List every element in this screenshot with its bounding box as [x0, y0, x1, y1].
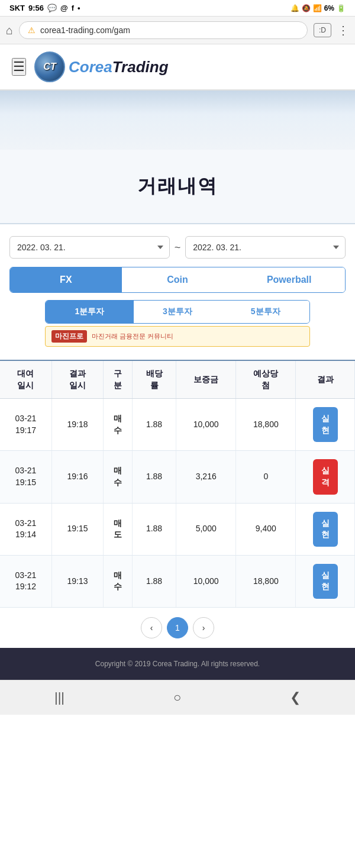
prev-page-button[interactable]: ‹: [141, 617, 162, 638]
site-header: ☰ CoreaTrading: [0, 44, 355, 91]
ad-banner: 마진프로 마진거래 금융전문 커뮤니티: [45, 326, 310, 347]
main-tab-row: FX Coin Powerball: [9, 267, 346, 293]
browser-bar: ⌂ ⚠ corea1-trading.com/gam :D ⋮: [0, 16, 355, 44]
cell-expected: 9,400: [236, 503, 296, 555]
date-end-select[interactable]: 2022. 03. 21.: [185, 236, 346, 259]
at-icon: @: [60, 4, 68, 12]
cell-rate: 1.88: [132, 451, 176, 503]
hero-banner: [0, 91, 355, 150]
tab-coin[interactable]: Coin: [122, 267, 234, 292]
cell-result[interactable]: 실현: [296, 555, 355, 607]
nav-menu-button[interactable]: |||: [43, 688, 76, 708]
cell-expected: 18,800: [236, 555, 296, 607]
dot-icon: •: [78, 4, 80, 12]
signal-icon: 📶: [313, 4, 322, 12]
facebook-icon: f: [72, 4, 74, 12]
table-row: 03-2119:12 19:13 매수 1.88 10,000 18,800 실…: [0, 555, 355, 607]
pagination-row: ‹ 1 ›: [0, 608, 355, 648]
cell-date-start: 03-2119:14: [0, 503, 51, 555]
page-1-button[interactable]: 1: [167, 617, 188, 638]
nav-back-button[interactable]: ❮: [278, 688, 312, 708]
browser-address-text: corea1-trading.com/gam: [40, 25, 130, 35]
logo-trading: Trading: [112, 58, 169, 76]
col-header-deposit: 보증금: [176, 360, 236, 399]
logo-icon: [34, 51, 65, 82]
cell-deposit: 10,000: [176, 555, 236, 607]
date-range-row: 2022. 03. 21. ~ 2022. 03. 21.: [9, 236, 346, 259]
page-title: 거래내역: [12, 173, 343, 199]
cell-rate: 1.88: [132, 503, 176, 555]
next-page-button[interactable]: ›: [193, 617, 214, 638]
result-button-blue[interactable]: 실현: [313, 407, 338, 442]
result-button-red[interactable]: 실격: [313, 459, 338, 494]
cell-date-end: 19:18: [51, 399, 103, 451]
cell-deposit: 5,000: [176, 503, 236, 555]
logo-corea: Corea: [69, 58, 112, 76]
cell-type: 매도: [104, 503, 133, 555]
cell-date-end: 19:16: [51, 451, 103, 503]
cell-type: 매수: [104, 451, 133, 503]
page-title-section: 거래내역: [0, 150, 355, 224]
sub-tab-3min[interactable]: 3분투자: [134, 301, 222, 323]
status-right: 🔔 🔕 📶 6% 🔋: [291, 4, 346, 12]
cell-expected: 18,800: [236, 399, 296, 451]
cell-type: 매수: [104, 399, 133, 451]
security-warning-icon: ⚠: [28, 25, 36, 35]
browser-more-button[interactable]: ⋮: [337, 23, 349, 37]
table-header-row: 대여일시 결과일시 구분 배당률 보증금 예상당첨 결과: [0, 360, 355, 399]
cell-result[interactable]: 실현: [296, 503, 355, 555]
battery-icon: 🔋: [337, 4, 346, 12]
status-left: SKT 9:56 💬 @ f •: [9, 4, 80, 12]
table-row: 03-2119:15 19:16 매수 1.88 3,216 0 실격: [0, 451, 355, 503]
ad-logo: 마진프로: [51, 330, 87, 343]
cell-deposit: 3,216: [176, 451, 236, 503]
cell-date-end: 19:15: [51, 503, 103, 555]
browser-home-button[interactable]: ⌂: [6, 24, 13, 37]
trade-table: 대여일시 결과일시 구분 배당률 보증금 예상당첨 결과 03-2119:17 …: [0, 360, 355, 608]
col-header-type: 구분: [104, 360, 133, 399]
browser-tab-button[interactable]: :D: [314, 23, 331, 37]
col-header-result: 결과: [296, 360, 355, 399]
cell-result[interactable]: 실현: [296, 399, 355, 451]
sub-tab-row: 1분투자 3분투자 5분투자: [45, 300, 310, 324]
cell-expected: 0: [236, 451, 296, 503]
hamburger-menu-button[interactable]: ☰: [12, 58, 26, 76]
time-label: 9:56: [28, 4, 44, 12]
date-start-select[interactable]: 2022. 03. 21.: [9, 236, 170, 259]
logo-text: CoreaTrading: [69, 58, 169, 76]
cell-date-start: 03-2119:15: [0, 451, 51, 503]
col-header-result-date: 결과일시: [51, 360, 103, 399]
result-button-blue[interactable]: 실현: [313, 564, 338, 599]
battery-label: 6%: [324, 4, 334, 12]
cell-rate: 1.88: [132, 555, 176, 607]
bottom-nav: ||| ○ ❮: [0, 680, 355, 715]
browser-address-bar[interactable]: ⚠ corea1-trading.com/gam: [19, 21, 308, 39]
date-tilde: ~: [175, 241, 181, 254]
nav-home-button[interactable]: ○: [162, 688, 193, 708]
sub-tab-5min[interactable]: 5분투자: [221, 301, 309, 323]
cell-date-end: 19:13: [51, 555, 103, 607]
alarm-icon: 🔔: [291, 4, 299, 12]
col-header-date: 대여일시: [0, 360, 51, 399]
cell-rate: 1.88: [132, 399, 176, 451]
tab-powerball[interactable]: Powerball: [233, 267, 345, 292]
filter-section: 2022. 03. 21. ~ 2022. 03. 21. FX Coin Po…: [0, 224, 355, 360]
cell-date-start: 03-2119:12: [0, 555, 51, 607]
sub-tab-1min[interactable]: 1분투자: [46, 301, 134, 323]
cell-date-start: 03-2119:17: [0, 399, 51, 451]
col-header-expected: 예상당첨: [236, 360, 296, 399]
cell-type: 매수: [104, 555, 133, 607]
col-header-rate: 배당률: [132, 360, 176, 399]
cell-result[interactable]: 실격: [296, 451, 355, 503]
cell-deposit: 10,000: [176, 399, 236, 451]
footer-copyright: Copyright © 2019 Corea Trading. All righ…: [95, 660, 260, 668]
ad-text: 마진거래 금융전문 커뮤니티: [92, 332, 173, 341]
table-row: 03-2119:14 19:15 매도 1.88 5,000 9,400 실현: [0, 503, 355, 555]
talk-icon: 💬: [47, 4, 57, 12]
carrier-label: SKT: [9, 4, 25, 12]
result-button-blue[interactable]: 실현: [313, 512, 338, 547]
table-row: 03-2119:17 19:18 매수 1.88 10,000 18,800 실…: [0, 399, 355, 451]
mute-icon: 🔕: [302, 4, 311, 12]
site-footer: Copyright © 2019 Corea Trading. All righ…: [0, 648, 355, 680]
tab-fx[interactable]: FX: [10, 267, 122, 292]
